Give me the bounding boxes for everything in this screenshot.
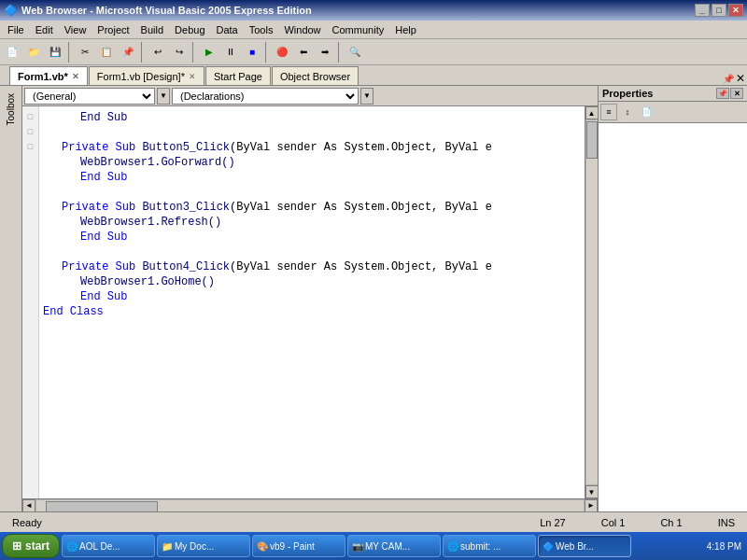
tab-bar: Form1.vb* ✕ Form1.vb [Design]* ✕ Start P… [0, 65, 747, 86]
menu-window[interactable]: Window [278, 21, 326, 38]
taskbar-aol-label: AOL De... [79, 541, 120, 552]
toolbar-sep1 [68, 42, 72, 63]
toolbar-cut[interactable]: ✂ [75, 42, 95, 63]
taskbar-cam-icon: 📷 [352, 541, 363, 552]
menu-project[interactable]: Project [92, 21, 134, 38]
code-editor[interactable]: End Sub Private Sub Button5_Click(ByVal … [39, 106, 585, 498]
toolbar-redo[interactable]: ↪ [169, 42, 190, 63]
tab-form1-vb-close[interactable]: ✕ [72, 72, 79, 81]
taskbar-cam[interactable]: 📷 MY CAM... [347, 535, 441, 557]
menu-edit[interactable]: Edit [30, 21, 59, 38]
scroll-thumb[interactable] [586, 121, 598, 159]
h-scroll-thumb[interactable] [46, 501, 158, 512]
status-col: Col 1 [593, 515, 634, 530]
properties-close[interactable]: ✕ [730, 88, 743, 99]
toolbar-nav1[interactable]: ⬅ [293, 42, 314, 63]
taskbar: ⊞ start 🌐 AOL De... 📁 My Doc... 🎨 vb9 - … [0, 532, 747, 560]
status-ch: Ch 1 [652, 515, 690, 530]
h-scroll-left[interactable]: ◄ [22, 499, 35, 512]
props-cat-btn[interactable]: ≡ [600, 104, 617, 120]
menu-view[interactable]: View [59, 21, 92, 38]
fold-btn-1[interactable]: □ [22, 110, 38, 125]
toolbar-save[interactable]: 💾 [45, 42, 65, 63]
scroll-down[interactable]: ▼ [585, 485, 599, 498]
code-area-container: □ □ □ End Sub [22, 106, 598, 498]
tab-form1-design-close[interactable]: ✕ [189, 72, 196, 81]
tab-close-all-btn[interactable]: ✕ [736, 72, 745, 85]
general-dropdown[interactable]: (General) [24, 88, 155, 105]
toolbar-sep4 [265, 42, 269, 63]
taskbar-paint-label: vb9 - Paint [270, 541, 315, 552]
line-gutter: □ □ □ [22, 106, 39, 498]
tab-object-browser[interactable]: Object Browser [272, 66, 359, 85]
toolbar-pause[interactable]: ⏸ [220, 42, 241, 63]
toolbar-sep5 [338, 42, 342, 63]
status-bar: Ready Ln 27 Col 1 Ch 1 INS [0, 511, 747, 532]
toolbar-open[interactable]: 📁 [23, 42, 44, 63]
title-bar-left: 🔷 Web Browser - Microsoft Visual Basic 2… [4, 4, 312, 17]
h-scrollbar: ◄ ► [22, 498, 598, 511]
taskbar-aol[interactable]: 🌐 AOL De... [62, 535, 155, 557]
taskbar-mydoc-icon: 📁 [162, 541, 173, 552]
code-line-11: Private Sub Button4_Click(ByVal sender A… [43, 259, 581, 274]
properties-toolbar: ≡ ↕ 📄 [599, 102, 747, 123]
scroll-track [585, 119, 599, 485]
scroll-up[interactable]: ▲ [585, 106, 599, 119]
toolbar-stop[interactable]: ■ [242, 42, 262, 63]
code-line-blank [43, 125, 581, 140]
code-line-8: WebBrowser1.Refresh() [43, 215, 581, 230]
menu-build[interactable]: Build [135, 21, 169, 38]
toolbox-tab[interactable]: Toolbox [4, 90, 18, 129]
tab-form1-vb[interactable]: Form1.vb* ✕ [9, 66, 88, 85]
general-dropdown-arrow[interactable]: ▼ [157, 88, 170, 105]
tab-form1-design-label: Form1.vb [Design]* [97, 71, 185, 82]
toolbar-undo[interactable]: ↩ [148, 42, 168, 63]
taskbar-webbr-icon: 🔷 [543, 541, 554, 552]
fold-btn-2[interactable]: □ [22, 125, 38, 140]
taskbar-submit[interactable]: 🌐 submit: ... [443, 535, 536, 557]
h-scroll-right[interactable]: ► [585, 499, 598, 512]
tab-form1-design[interactable]: Form1.vb [Design]* ✕ [89, 66, 204, 85]
menu-data[interactable]: Data [211, 21, 244, 38]
start-button[interactable]: ⊞ start [2, 534, 60, 558]
declarations-dropdown[interactable]: (Declarations) [172, 88, 359, 105]
code-line-3: Private Sub Button5_Click(ByVal sender A… [43, 140, 581, 155]
toolbar-bp[interactable]: 🔴 [272, 42, 292, 63]
code-line-7: Private Sub Button3_Click(ByVal sender A… [43, 200, 581, 215]
toolbar-run[interactable]: ▶ [199, 42, 219, 63]
close-button[interactable]: ✕ [728, 4, 743, 17]
taskbar-submit-icon: 🌐 [447, 541, 458, 552]
menu-file[interactable]: File [2, 21, 30, 38]
status-ins: INS [710, 515, 743, 530]
props-sort-btn[interactable]: ↕ [619, 104, 636, 120]
fold-btn-3[interactable]: □ [22, 140, 38, 155]
start-icon: ⊞ [12, 539, 21, 553]
props-page-btn[interactable]: 📄 [638, 104, 655, 120]
code-toolbar: (General) ▼ (Declarations) ▼ [22, 86, 598, 106]
properties-pin[interactable]: 📌 [716, 88, 729, 99]
tab-start-page[interactable]: Start Page [205, 66, 271, 85]
taskbar-mydoc[interactable]: 📁 My Doc... [157, 535, 250, 557]
toolbar-sep2 [141, 42, 145, 63]
menu-debug[interactable]: Debug [169, 21, 210, 38]
title-bar: 🔷 Web Browser - Microsoft Visual Basic 2… [0, 0, 747, 21]
toolbar-copy[interactable]: 📋 [96, 42, 117, 63]
code-line-4: WebBrowser1.GoForward() [43, 155, 581, 170]
menu-help[interactable]: Help [389, 21, 422, 38]
toolbar-nav2[interactable]: ➡ [315, 42, 335, 63]
taskbar-webbr[interactable]: 🔷 Web Br... [538, 535, 631, 557]
menu-tools[interactable]: Tools [244, 21, 279, 38]
toolbar-search[interactable]: 🔍 [345, 42, 365, 63]
toolbar-new[interactable]: 📄 [2, 42, 22, 63]
content-area: Toolbox (General) ▼ (Declarations) ▼ [0, 86, 747, 511]
toolbar-paste[interactable]: 📌 [118, 42, 138, 63]
menu-community[interactable]: Community [327, 21, 390, 38]
maximize-button[interactable]: □ [712, 4, 726, 17]
menu-bar: File Edit View Project Build Debug Data … [0, 21, 747, 39]
taskbar-paint[interactable]: 🎨 vb9 - Paint [252, 535, 345, 557]
toolbar: 📄 📁 💾 ✂ 📋 📌 ↩ ↪ ▶ ⏸ ■ 🔴 ⬅ ➡ 🔍 [0, 39, 747, 65]
declarations-dropdown-arrow[interactable]: ▼ [360, 88, 374, 105]
minimize-button[interactable]: _ [695, 4, 710, 17]
tab-float-btn[interactable]: 📌 [723, 74, 734, 84]
taskbar-right: 4:18 PM [703, 541, 745, 552]
